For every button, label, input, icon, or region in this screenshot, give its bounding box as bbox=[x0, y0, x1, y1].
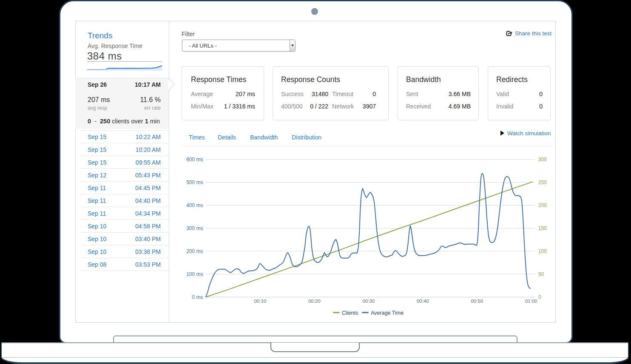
svg-text:500 ms: 500 ms bbox=[186, 179, 203, 185]
svg-text:300: 300 bbox=[538, 156, 547, 162]
svg-text:00:30: 00:30 bbox=[362, 299, 375, 304]
svg-text:Clients: Clients bbox=[342, 310, 358, 316]
svg-text:00:20: 00:20 bbox=[308, 299, 321, 304]
svg-text:600 ms: 600 ms bbox=[186, 156, 203, 162]
svg-text:00:40: 00:40 bbox=[417, 299, 429, 304]
svg-text:100: 100 bbox=[538, 248, 547, 254]
svg-text:0 ms: 0 ms bbox=[192, 294, 203, 300]
svg-text:250: 250 bbox=[538, 179, 547, 185]
svg-text:300 ms: 300 ms bbox=[186, 225, 203, 231]
svg-text:0: 0 bbox=[538, 294, 541, 300]
svg-text:50: 50 bbox=[538, 271, 544, 277]
svg-text:00:10: 00:10 bbox=[254, 299, 266, 304]
svg-text:400 ms: 400 ms bbox=[186, 202, 203, 208]
svg-text:100 ms: 100 ms bbox=[186, 271, 203, 277]
svg-text:Average Time: Average Time bbox=[371, 310, 404, 316]
svg-text:200: 200 bbox=[538, 202, 547, 208]
svg-text:200 ms: 200 ms bbox=[186, 248, 203, 254]
svg-text:01:00: 01:00 bbox=[525, 299, 537, 304]
svg-text:00:50: 00:50 bbox=[471, 299, 483, 304]
svg-text:150: 150 bbox=[538, 225, 547, 231]
